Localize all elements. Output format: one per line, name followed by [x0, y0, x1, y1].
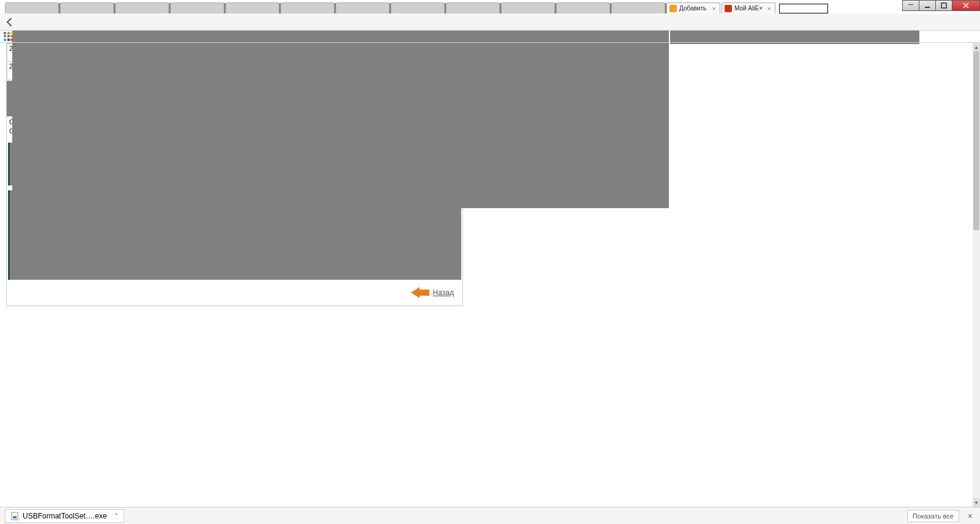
tab-obscured-2[interactable]	[60, 2, 114, 13]
tab-add-close-icon[interactable]: ×	[711, 5, 717, 12]
close-downloads-icon[interactable]: ×	[965, 511, 975, 521]
tab-obscured-9[interactable]	[446, 2, 500, 13]
tab-obscured-3[interactable]	[115, 2, 169, 13]
tab-obscured-11[interactable]	[556, 2, 610, 13]
tab-obscured-8[interactable]	[391, 2, 445, 13]
scroll-thumb[interactable]	[973, 51, 979, 230]
window-controls	[903, 0, 980, 11]
scroll-down-icon[interactable]: ▼	[973, 498, 980, 507]
close-window-button[interactable]	[952, 0, 980, 11]
scroll-up-icon[interactable]: ▲	[973, 43, 980, 51]
tab-obscured-7[interactable]	[336, 2, 390, 13]
apps-grid-icon[interactable]	[4, 32, 13, 42]
downloads-bar: USBFormatToolSet….exe ⌃ Показать все ×	[0, 507, 980, 524]
maximize-button[interactable]	[935, 0, 952, 11]
back-link[interactable]: Назад	[433, 288, 454, 297]
chevron-up-icon[interactable]: ⌃	[114, 512, 119, 519]
extra-window-button[interactable]	[902, 0, 919, 11]
exe-file-icon	[10, 512, 19, 520]
vertical-scrollbar[interactable]: ▲ ▼	[973, 43, 980, 507]
browser-tab-bar: Добавить × Мой AliE× ×	[0, 0, 919, 13]
tab-ali-close-icon[interactable]: ×	[766, 5, 772, 12]
svg-rect-2	[941, 3, 946, 8]
tab-aliexpress[interactable]: Мой AliE× ×	[722, 2, 775, 13]
nav-back-button[interactable]	[2, 15, 17, 29]
tab-ali-label: Мой AliE×	[734, 5, 764, 12]
tab-add-favicon	[669, 5, 677, 12]
tab-obscured-4[interactable]	[170, 2, 224, 13]
scroll-track[interactable]	[973, 51, 980, 498]
tab-obscured-1[interactable]	[5, 2, 59, 13]
download-item[interactable]: USBFormatToolSet….exe ⌃	[5, 509, 124, 523]
browser-apps-bar	[0, 31, 980, 43]
download-filename: USBFormatToolSet….exe	[23, 512, 107, 520]
svg-rect-0	[908, 4, 913, 5]
svg-rect-1	[925, 7, 930, 8]
browser-nav-bar	[0, 13, 980, 31]
tab-obscured-10[interactable]	[501, 2, 555, 13]
downloads-actions: Показать все ×	[907, 510, 975, 522]
tab-add-label: Добавить	[679, 5, 709, 12]
tab-obscured-12[interactable]	[611, 2, 665, 13]
svg-marker-15	[411, 287, 429, 298]
redacted-field	[779, 4, 828, 13]
show-all-downloads-button[interactable]: Показать все	[907, 510, 959, 522]
svg-rect-17	[13, 516, 17, 518]
tab-ali-favicon	[725, 5, 732, 12]
tab-obscured-5[interactable]	[225, 2, 279, 13]
tab-obscured-6[interactable]	[281, 2, 334, 13]
minimize-button[interactable]	[919, 0, 936, 11]
back-arrow-icon	[411, 287, 429, 298]
back-row: Назад	[7, 282, 462, 305]
tab-add[interactable]: Добавить ×	[666, 2, 720, 13]
